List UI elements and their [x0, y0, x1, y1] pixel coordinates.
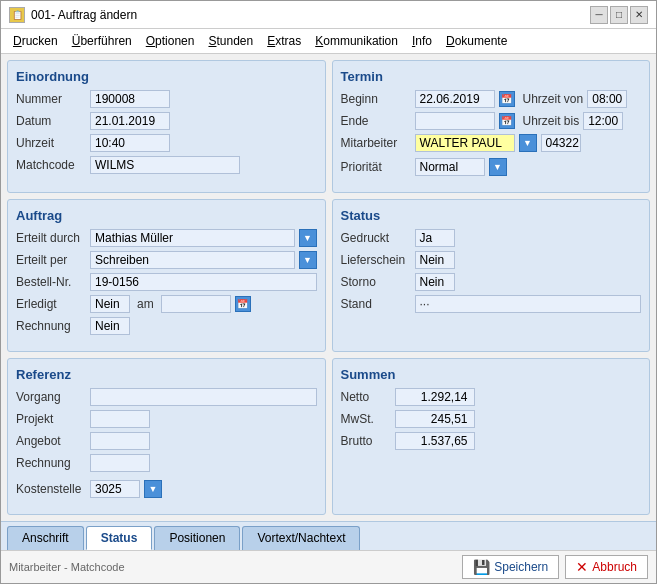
gedruckt-row: Gedruckt Ja [341, 229, 642, 247]
tab-vortext-nachtext[interactable]: Vortext/Nachtext [242, 526, 360, 550]
menu-extras[interactable]: Extras [261, 31, 307, 51]
stand-value[interactable]: ··· [415, 295, 642, 313]
einordnung-panel: Einordnung Nummer 190008 Datum 21.01.201… [7, 60, 326, 193]
menu-info[interactable]: Info [406, 31, 438, 51]
cancel-icon: ✕ [576, 559, 588, 575]
kostenstelle-row: Kostenstelle 3025 ▼ [16, 480, 317, 498]
main-window: 📋 001- Auftrag ändern ─ □ ✕ Drucken Über… [0, 0, 657, 584]
erledigt-date[interactable] [161, 295, 231, 313]
angebot-value[interactable] [90, 432, 150, 450]
kostenstelle-value[interactable]: 3025 [90, 480, 140, 498]
mwst-row: MwSt. 245,51 [341, 410, 642, 428]
tab-status[interactable]: Status [86, 526, 153, 550]
auftrag-title: Auftrag [16, 208, 317, 223]
bestell-nr-value[interactable]: 19-0156 [90, 273, 317, 291]
tab-positionen[interactable]: Positionen [154, 526, 240, 550]
save-icon: 💾 [473, 559, 490, 575]
mitarbeiter-dropdown[interactable]: ▼ [519, 134, 537, 152]
rechnung-value[interactable]: Nein [90, 317, 130, 335]
storno-row: Storno Nein [341, 273, 642, 291]
mitarbeiter-code[interactable]: 04322 [541, 134, 581, 152]
uhrzeit-von-value[interactable]: 08:00 [587, 90, 627, 108]
erteilt-durch-dropdown[interactable]: ▼ [299, 229, 317, 247]
angebot-row: Angebot [16, 432, 317, 450]
rechnung-label: Rechnung [16, 319, 86, 333]
ende-date[interactable] [415, 112, 495, 130]
maximize-button[interactable]: □ [610, 6, 628, 24]
uhrzeit-bis-value[interactable]: 12:00 [583, 112, 623, 130]
uhrzeit-row: Uhrzeit 10:40 [16, 134, 317, 152]
minimize-button[interactable]: ─ [590, 6, 608, 24]
einordnung-title: Einordnung [16, 69, 317, 84]
stand-label: Stand [341, 297, 411, 311]
save-label: Speichern [494, 560, 548, 574]
brutto-row: Brutto 1.537,65 [341, 432, 642, 450]
referenz-title: Referenz [16, 367, 317, 382]
vorgang-value[interactable] [90, 388, 317, 406]
erledigt-calendar-icon[interactable]: 📅 [235, 296, 251, 312]
erteilt-per-value[interactable]: Schreiben [90, 251, 295, 269]
mitarbeiter-label: Mitarbeiter [341, 136, 411, 150]
menu-optionen[interactable]: Optionen [140, 31, 201, 51]
matchcode-row: Matchcode WILMS [16, 156, 317, 174]
uhrzeit-bis-label: Uhrzeit bis [523, 114, 580, 128]
auftrag-panel: Auftrag Erteilt durch Mathias Müller ▼ E… [7, 199, 326, 352]
matchcode-label: Matchcode [16, 158, 86, 172]
tab-anschrift[interactable]: Anschrift [7, 526, 84, 550]
rechnung-row: Rechnung Nein [16, 317, 317, 335]
prioritaet-dropdown[interactable]: ▼ [489, 158, 507, 176]
lieferschein-value[interactable]: Nein [415, 251, 455, 269]
uhrzeit-value[interactable]: 10:40 [90, 134, 170, 152]
storno-value[interactable]: Nein [415, 273, 455, 291]
mitarbeiter-value[interactable]: WALTER PAUL [415, 134, 515, 152]
beginn-row: Beginn 22.06.2019 📅 Uhrzeit von 08:00 [341, 90, 642, 108]
mwst-label: MwSt. [341, 412, 391, 426]
datum-label: Datum [16, 114, 86, 128]
erledigt-value[interactable]: Nein [90, 295, 130, 313]
nummer-label: Nummer [16, 92, 86, 106]
matchcode-value[interactable]: WILMS [90, 156, 240, 174]
gedruckt-value[interactable]: Ja [415, 229, 455, 247]
mwst-value: 245,51 [395, 410, 475, 428]
menu-stunden[interactable]: Stunden [202, 31, 259, 51]
nummer-value[interactable]: 190008 [90, 90, 170, 108]
prioritaet-label: Priorität [341, 160, 411, 174]
menu-dokumente[interactable]: Dokumente [440, 31, 513, 51]
vorgang-label: Vorgang [16, 390, 86, 404]
tab-bar: Anschrift Status Positionen Vortext/Nach… [1, 521, 656, 550]
ende-calendar-icon[interactable]: 📅 [499, 113, 515, 129]
prioritaet-value[interactable]: Normal [415, 158, 485, 176]
save-button[interactable]: 💾 Speichern [462, 555, 559, 579]
window-title: 001- Auftrag ändern [31, 8, 137, 22]
menu-kommunikation[interactable]: Kommunikation [309, 31, 404, 51]
beginn-calendar-icon[interactable]: 📅 [499, 91, 515, 107]
bestell-nr-label: Bestell-Nr. [16, 275, 86, 289]
datum-value[interactable]: 21.01.2019 [90, 112, 170, 130]
projekt-row: Projekt [16, 410, 317, 428]
cancel-button[interactable]: ✕ Abbruch [565, 555, 648, 579]
lieferschein-row: Lieferschein Nein [341, 251, 642, 269]
lieferschein-label: Lieferschein [341, 253, 411, 267]
erteilt-durch-value[interactable]: Mathias Müller [90, 229, 295, 247]
beginn-date[interactable]: 22.06.2019 [415, 90, 495, 108]
menu-ueberfuehren[interactable]: Überführen [66, 31, 138, 51]
gedruckt-label: Gedruckt [341, 231, 411, 245]
close-button[interactable]: ✕ [630, 6, 648, 24]
kostenstelle-dropdown[interactable]: ▼ [144, 480, 162, 498]
action-buttons: 💾 Speichern ✕ Abbruch [462, 555, 648, 579]
title-bar: 📋 001- Auftrag ändern ─ □ ✕ [1, 1, 656, 29]
ref-rechnung-value[interactable] [90, 454, 150, 472]
menu-drucken[interactable]: Drucken [7, 31, 64, 51]
erteilt-durch-label: Erteilt durch [16, 231, 86, 245]
erteilt-per-label: Erteilt per [16, 253, 86, 267]
erteilt-per-dropdown[interactable]: ▼ [299, 251, 317, 269]
erledigt-row: Erledigt Nein am 📅 [16, 295, 317, 313]
brutto-value: 1.537,65 [395, 432, 475, 450]
netto-label: Netto [341, 390, 391, 404]
status-panel: Status Gedruckt Ja Lieferschein Nein Sto… [332, 199, 651, 352]
stand-row: Stand ··· [341, 295, 642, 313]
uhrzeit-von-label: Uhrzeit von [523, 92, 584, 106]
am-label: am [137, 297, 154, 311]
storno-label: Storno [341, 275, 411, 289]
projekt-value[interactable] [90, 410, 150, 428]
